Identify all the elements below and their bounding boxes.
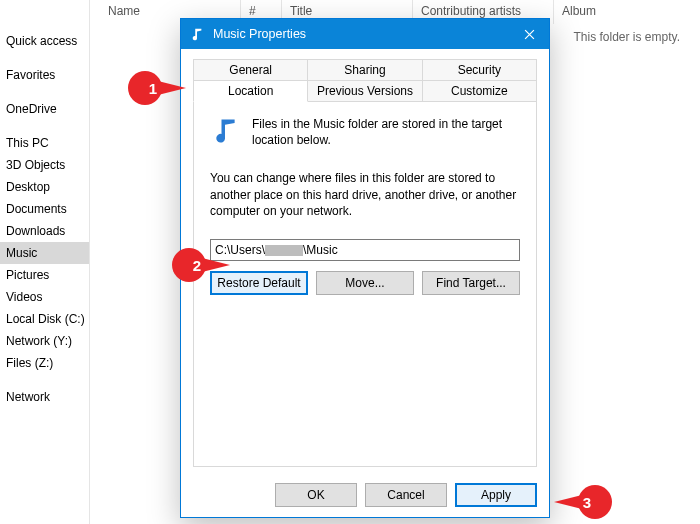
sidebar-item[interactable]: Files (Z:): [0, 352, 89, 374]
close-icon: [524, 29, 535, 40]
sidebar-item[interactable]: Network (Y:): [0, 330, 89, 352]
location-description-1: Files in the Music folder are stored in …: [252, 116, 520, 148]
tab-security[interactable]: Security: [423, 59, 537, 81]
tab-customize[interactable]: Customize: [423, 80, 537, 102]
sidebar-item[interactable]: Favorites: [0, 64, 89, 86]
column-album[interactable]: Album: [554, 0, 700, 24]
tab-sharing[interactable]: Sharing: [308, 59, 422, 81]
tab-general[interactable]: General: [193, 59, 308, 81]
tab-location[interactable]: Location: [193, 80, 308, 102]
tab-strip: General Sharing Security Location Previo…: [193, 59, 537, 102]
sidebar-item[interactable]: Downloads: [0, 220, 89, 242]
sidebar-item[interactable]: Local Disk (C:): [0, 308, 89, 330]
sidebar-item[interactable]: Desktop: [0, 176, 89, 198]
close-button[interactable]: [509, 19, 549, 49]
sidebar-item[interactable]: OneDrive: [0, 98, 89, 120]
move-button[interactable]: Move...: [316, 271, 414, 295]
path-suffix: \Music: [303, 243, 338, 257]
music-note-icon: [189, 26, 205, 42]
location-description-2: You can change where files in this folde…: [210, 170, 520, 219]
annotation-1: 1: [128, 71, 186, 105]
properties-dialog: Music Properties General Sharing Securit…: [180, 18, 550, 518]
sidebar-item[interactable]: Quick access: [0, 30, 89, 52]
find-target-button[interactable]: Find Target...: [422, 271, 520, 295]
sidebar-item[interactable]: This PC: [0, 132, 89, 154]
sidebar-item[interactable]: Pictures: [0, 264, 89, 286]
location-path-input[interactable]: C:\Users\\Music: [210, 239, 520, 261]
annotation-3: 3: [554, 485, 612, 519]
sidebar-item-music[interactable]: Music: [0, 242, 89, 264]
tab-panel-location: Files in the Music folder are stored in …: [193, 101, 537, 467]
dialog-footer: OK Cancel Apply: [181, 475, 549, 517]
cancel-button[interactable]: Cancel: [365, 483, 447, 507]
music-note-icon: [210, 116, 240, 148]
empty-folder-msg: This folder is empty.: [574, 30, 680, 44]
dialog-title: Music Properties: [213, 27, 509, 41]
redacted-username: [265, 245, 303, 256]
tab-previous-versions[interactable]: Previous Versions: [308, 80, 422, 102]
annotation-2: 2: [172, 248, 230, 282]
dialog-titlebar[interactable]: Music Properties: [181, 19, 549, 49]
apply-button[interactable]: Apply: [455, 483, 537, 507]
sidebar-item[interactable]: Documents: [0, 198, 89, 220]
sidebar-item[interactable]: 3D Objects: [0, 154, 89, 176]
sidebar-item[interactable]: Network: [0, 386, 89, 408]
sidebar-item[interactable]: Videos: [0, 286, 89, 308]
explorer-sidebar: Quick access Favorites OneDrive This PC …: [0, 0, 90, 524]
ok-button[interactable]: OK: [275, 483, 357, 507]
